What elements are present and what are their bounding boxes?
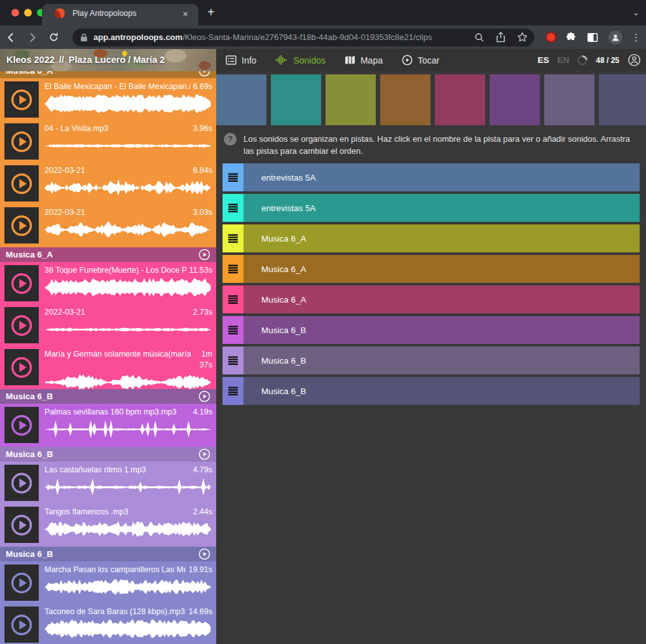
track-row[interactable]: Musica 6_B bbox=[223, 377, 640, 405]
clip-play-button[interactable] bbox=[4, 207, 39, 243]
clip-waveform[interactable] bbox=[45, 373, 212, 392]
track-row[interactable]: Musica 6_A bbox=[223, 285, 640, 313]
side-panel-icon[interactable] bbox=[587, 32, 598, 43]
drag-handle[interactable] bbox=[223, 255, 244, 283]
bookmark-star-icon[interactable] bbox=[517, 32, 528, 43]
clip-waveform[interactable] bbox=[45, 178, 212, 198]
track-row[interactable]: Musica 6_A bbox=[223, 224, 640, 252]
window-close-button[interactable] bbox=[11, 9, 19, 17]
nav-sonidos[interactable]: Sonidos bbox=[275, 55, 326, 65]
clip-waveform[interactable] bbox=[45, 136, 212, 156]
info-list-icon bbox=[226, 55, 237, 65]
section-play-icon[interactable] bbox=[198, 448, 210, 460]
drag-handle[interactable] bbox=[223, 194, 244, 222]
clip-play-button[interactable] bbox=[4, 307, 39, 343]
track-row[interactable]: Musica 6_A bbox=[223, 255, 640, 283]
section-play-icon[interactable] bbox=[198, 548, 210, 560]
reload-icon[interactable] bbox=[48, 32, 66, 43]
clip-duration: 3.03s bbox=[193, 207, 212, 218]
profile-avatar[interactable] bbox=[608, 31, 622, 45]
extensions-puzzle-icon[interactable] bbox=[565, 32, 577, 43]
track-section-header[interactable]: Musica 6_B bbox=[0, 447, 216, 462]
forward-icon[interactable] bbox=[27, 32, 45, 43]
track-list: entrevistas 5Aentrevistas 5AMusica 6_AMu… bbox=[223, 163, 640, 405]
clip-waveform[interactable] bbox=[45, 420, 212, 439]
drag-handle[interactable] bbox=[223, 377, 244, 405]
clip-waveform[interactable] bbox=[45, 519, 212, 539]
palette-swatch[interactable] bbox=[380, 74, 430, 125]
clip-waveform[interactable] bbox=[45, 220, 212, 240]
track-section-header[interactable]: Musica 6_A bbox=[0, 247, 216, 262]
clip-play-button[interactable] bbox=[4, 349, 39, 385]
clip-waveform[interactable] bbox=[45, 94, 212, 114]
nav-tocar[interactable]: Tocar bbox=[402, 55, 439, 65]
window-minimize-button[interactable] bbox=[24, 9, 32, 17]
drag-handle[interactable] bbox=[223, 316, 244, 344]
track-row-body[interactable]: entrevistas 5A bbox=[244, 194, 640, 222]
track-row-body[interactable]: entrevistas 5A bbox=[244, 163, 640, 191]
clip-play-button[interactable] bbox=[4, 407, 39, 443]
back-icon[interactable] bbox=[5, 32, 23, 43]
palette-swatch[interactable] bbox=[271, 74, 321, 125]
clip-play-button[interactable] bbox=[4, 606, 39, 643]
track-row-body[interactable]: Musica 6_A bbox=[244, 255, 640, 283]
clip-play-button[interactable] bbox=[4, 81, 39, 118]
browser-window: Play Antropoloops × + ⌄ app.antropoloops… bbox=[0, 0, 646, 644]
share-icon[interactable] bbox=[496, 32, 505, 43]
address-bar[interactable]: app.antropoloops.com/Kleos-Santa-Marina/… bbox=[72, 29, 534, 46]
tab-search-chevron-icon[interactable]: ⌄ bbox=[633, 8, 640, 17]
lang-en-button[interactable]: EN bbox=[558, 55, 570, 65]
audio-clip: 2022-03-212.73s bbox=[0, 305, 216, 347]
clip-title: Palmas sevillanas 160 bpm mp3.mp3 bbox=[45, 407, 190, 418]
track-row[interactable]: entrevistas 5A bbox=[223, 163, 640, 191]
track-row-body[interactable]: Musica 6_A bbox=[244, 224, 640, 252]
track-row-body[interactable]: Musica 6_A bbox=[244, 285, 640, 313]
clip-waveform[interactable] bbox=[45, 320, 212, 339]
clip-play-button[interactable] bbox=[4, 265, 39, 301]
drag-handle[interactable] bbox=[223, 285, 244, 313]
track-section-header[interactable]: Musica 6_A bbox=[0, 71, 216, 78]
clip-waveform[interactable] bbox=[45, 278, 212, 298]
section-play-icon[interactable] bbox=[198, 71, 210, 77]
audio-clip: Las castañuelas ritmo 1.mp34.79s bbox=[0, 463, 216, 505]
browser-menu-icon[interactable]: ⋮ bbox=[631, 32, 641, 42]
clip-play-button[interactable] bbox=[4, 465, 39, 501]
lang-es-button[interactable]: ES bbox=[538, 55, 549, 65]
track-section-header[interactable]: Musica 6_B bbox=[0, 547, 216, 561]
account-icon[interactable] bbox=[628, 53, 641, 67]
clip-waveform[interactable] bbox=[45, 619, 212, 639]
palette-swatch[interactable] bbox=[599, 74, 646, 125]
track-section-header[interactable]: Musica 6_B bbox=[0, 389, 216, 404]
palette-swatch[interactable] bbox=[216, 74, 266, 125]
track-row-body[interactable]: Musica 6_B bbox=[244, 377, 640, 405]
drag-handle[interactable] bbox=[223, 224, 244, 252]
drag-handle[interactable] bbox=[223, 346, 244, 374]
clip-waveform[interactable] bbox=[45, 477, 212, 497]
nav-info[interactable]: Info bbox=[226, 55, 256, 65]
browser-tab[interactable]: Play Antropoloops × bbox=[42, 4, 198, 25]
track-row-body[interactable]: Musica 6_B bbox=[244, 346, 640, 374]
palette-swatch[interactable] bbox=[544, 74, 594, 125]
new-tab-button[interactable]: + bbox=[207, 5, 215, 20]
zoom-page-icon[interactable] bbox=[474, 32, 484, 43]
clip-waveform[interactable] bbox=[45, 577, 212, 597]
clip-duration: 4.79s bbox=[193, 465, 212, 476]
palette-swatch[interactable] bbox=[490, 74, 540, 125]
clip-play-button[interactable] bbox=[4, 123, 39, 160]
track-row[interactable]: entrevistas 5A bbox=[223, 194, 640, 222]
clip-play-button[interactable] bbox=[4, 565, 39, 601]
tab-close-icon[interactable]: × bbox=[180, 8, 191, 20]
record-indicator-icon[interactable] bbox=[547, 33, 555, 41]
track-row[interactable]: Musica 6_B bbox=[223, 346, 640, 374]
track-row-body[interactable]: Musica 6_B bbox=[244, 316, 640, 344]
nav-mapa[interactable]: Mapa bbox=[345, 55, 383, 65]
palette-swatch[interactable] bbox=[326, 74, 376, 125]
clip-play-button[interactable] bbox=[4, 165, 39, 202]
palette-swatch[interactable] bbox=[435, 74, 485, 125]
clip-play-button[interactable] bbox=[4, 507, 39, 543]
track-row[interactable]: Musica 6_B bbox=[223, 316, 640, 344]
section-play-icon[interactable] bbox=[198, 249, 210, 261]
audio-clip: Tangos flamencos .mp32.44s bbox=[0, 505, 216, 547]
drag-handle[interactable] bbox=[223, 163, 244, 191]
section-play-icon[interactable] bbox=[198, 390, 210, 402]
